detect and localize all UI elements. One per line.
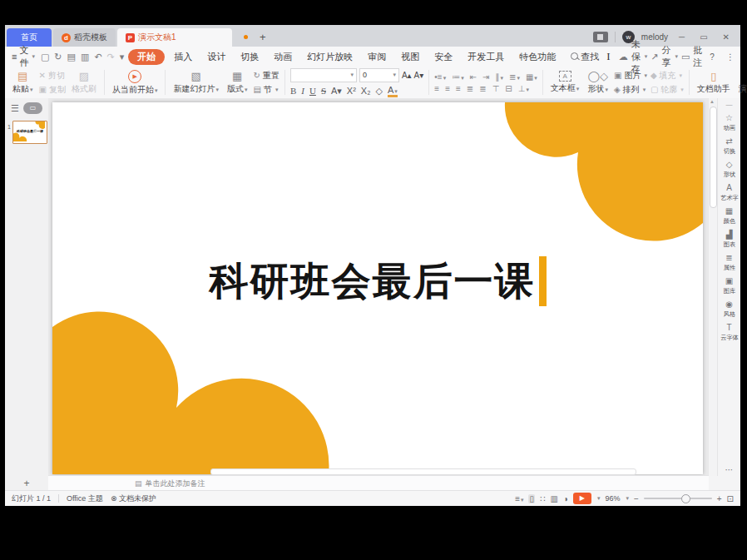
slide-sorter-icon[interactable]: ∷ <box>540 494 545 503</box>
sidebar-item-shapes[interactable]: ◇形状 <box>723 160 736 179</box>
menu-tab-animation[interactable]: 动画 <box>266 50 299 64</box>
play-from-current-button[interactable]: ▶ 从当前开始▾ <box>108 69 162 97</box>
play-options-chevron-icon[interactable]: ▾ <box>597 495 601 502</box>
align-right-button[interactable]: ≡ <box>456 84 461 93</box>
sidebar-item-transition[interactable]: ⇄切换 <box>723 136 736 156</box>
line-spacing-button[interactable]: ≣▾ <box>509 72 520 82</box>
character-border-button[interactable]: A▾ <box>331 86 342 97</box>
fit-to-window-icon[interactable]: ⊡ <box>727 494 734 503</box>
shapes-button[interactable]: ◯◇ 形状▾ <box>583 70 612 96</box>
redo-icon[interactable]: ↷ <box>105 52 117 62</box>
fill-button[interactable]: ◆填充▾ <box>651 70 684 82</box>
screen-split-icon[interactable] <box>593 32 608 42</box>
new-tab-button[interactable]: + <box>260 31 266 43</box>
clear-format-button[interactable]: ◇ <box>375 86 382 97</box>
format-painter-button[interactable]: ▨ 格式刷 <box>67 70 101 96</box>
textbox-button[interactable]: A 文本框▾ <box>547 70 584 95</box>
file-menu-button[interactable]: ≡ 文件 ▾ <box>12 44 35 69</box>
menu-tab-special-features[interactable]: 特色功能 <box>512 50 563 64</box>
paragraph-more-button[interactable]: ▦▾ <box>526 72 537 82</box>
tab-docer-templates[interactable]: d 稻壳模板 <box>53 28 116 47</box>
add-slide-button[interactable]: + <box>5 476 49 491</box>
scroll-up-icon[interactable]: ▲ <box>710 99 715 104</box>
menu-tab-view[interactable]: 视图 <box>393 50 427 64</box>
numbered-list-button[interactable]: ≔▾ <box>452 72 464 82</box>
sidebar-collapse-handle[interactable]: — <box>726 101 733 109</box>
zoom-slider-track[interactable] <box>644 498 712 499</box>
reading-view-icon[interactable]: ▥ <box>550 494 557 503</box>
font-size-select[interactable]: 0▾ <box>359 68 399 82</box>
notes-bar[interactable]: ▤ 单击此处添加备注 <box>48 475 709 491</box>
underline-button[interactable]: U <box>309 86 316 96</box>
zoom-in-button[interactable]: + <box>717 494 722 503</box>
output-icon[interactable]: ↻ <box>52 52 64 62</box>
protection-status[interactable]: ⊗ 文档未保护 <box>111 493 156 504</box>
zoom-level[interactable]: 96% <box>605 494 620 503</box>
sidebar-item-wordart[interactable]: A艺术字 <box>720 183 740 202</box>
save-icon[interactable]: ▢ <box>38 52 52 62</box>
sidebar-item-charts[interactable]: ▟图表 <box>723 230 736 249</box>
collapse-ribbon-button[interactable]: ∧ <box>742 52 747 62</box>
tab-document[interactable]: P 演示文稿1 <box>117 28 232 47</box>
undo-icon[interactable]: ↶ <box>92 52 104 62</box>
justify-button[interactable]: ≣ <box>467 84 473 93</box>
more-menu-button[interactable]: ⋮ <box>722 52 739 62</box>
superscript-button[interactable]: X² <box>347 86 356 96</box>
reset-button[interactable]: ↻重置 <box>254 70 280 82</box>
picture-button[interactable]: ▣图片▾ <box>614 70 647 82</box>
sidebar-item-style[interactable]: ◉风格 <box>723 300 736 319</box>
decrease-indent-button[interactable]: ⇤ <box>470 72 477 82</box>
menu-find-button[interactable]: 查找 <box>563 50 606 64</box>
menu-tab-slideshow[interactable]: 幻灯片放映 <box>299 50 360 64</box>
menu-tab-insert[interactable]: 插入 <box>166 50 200 64</box>
cut-button[interactable]: ✕剪切 <box>39 70 66 82</box>
thumbnail-view-toggle[interactable]: ▭ <box>23 102 42 114</box>
sidebar-item-animation[interactable]: ☆动画 <box>723 113 736 132</box>
share-button[interactable]: 分享 <box>661 44 670 69</box>
menu-tab-transition[interactable]: 切换 <box>233 50 266 64</box>
text-direction-button[interactable]: ∥▾ <box>495 72 503 82</box>
align-center-button[interactable]: ≡ <box>445 84 450 93</box>
increase-indent-button[interactable]: ⇥ <box>482 72 489 82</box>
normal-view-icon[interactable]: ▯ <box>528 494 535 503</box>
bold-button[interactable]: B <box>290 86 296 96</box>
outline-view-icon[interactable]: ☰ <box>11 103 19 114</box>
align-bottom-button[interactable]: ⊥▾ <box>518 84 529 93</box>
slideshow-play-button[interactable]: ▶ <box>573 493 591 504</box>
comment-button[interactable]: 批注 <box>693 44 702 69</box>
highlight-color-button[interactable]: A▾ <box>388 85 398 97</box>
italic-button[interactable]: I <box>301 86 304 96</box>
quickbar-more-icon[interactable]: ▾ <box>117 52 127 62</box>
help-button[interactable]: ? <box>705 52 719 62</box>
doc-assistant-button[interactable]: ▯ 文档助手 <box>693 70 735 96</box>
notes-toggle-icon[interactable]: ≡▾ <box>515 494 523 503</box>
layout-button[interactable]: ▦ 版式▾ <box>223 70 252 96</box>
new-slide-button[interactable]: ▧ 新建幻灯片▾ <box>169 70 223 96</box>
copy-button[interactable]: ▣复制 <box>39 84 66 96</box>
distribute-button[interactable]: ≣ <box>479 84 486 93</box>
present-tools-button[interactable]: ▭ 演示工具▾ <box>735 70 747 96</box>
vertical-scrollbar-thumb[interactable] <box>710 107 717 208</box>
outline-button[interactable]: ▢轮廓▾ <box>651 84 684 96</box>
vertical-scrollbar-track[interactable]: ▲ <box>708 98 717 476</box>
increase-font-button[interactable]: A▴ <box>402 71 412 80</box>
zoom-options-chevron-icon[interactable]: ▾ <box>626 495 629 502</box>
handout-view-icon[interactable]: ◑ <box>563 494 568 503</box>
paste-button[interactable]: ▤ 粘贴▾ <box>8 70 37 96</box>
horizontal-scrollbar[interactable] <box>210 468 636 475</box>
strikethrough-button[interactable]: S <box>321 86 326 96</box>
decrease-font-button[interactable]: A▾ <box>414 71 424 80</box>
bullet-list-button[interactable]: •≡▾ <box>434 72 446 82</box>
menu-tab-review[interactable]: 审阅 <box>360 50 393 64</box>
menu-tab-security[interactable]: 安全 <box>427 50 460 64</box>
arrange-button[interactable]: ◈排列▾ <box>614 84 647 96</box>
sidebar-item-cloud-fonts[interactable]: T云字体 <box>720 323 740 342</box>
align-middle-button[interactable]: ⊟ <box>505 84 512 93</box>
menu-tab-devtools[interactable]: 开发工具 <box>460 50 512 64</box>
sidebar-item-properties[interactable]: ≣属性 <box>723 253 736 272</box>
menu-tab-design[interactable]: 设计 <box>200 50 233 64</box>
print-icon[interactable]: ▤ <box>65 52 78 62</box>
section-button[interactable]: ▤节▾ <box>254 84 280 96</box>
title-textbox[interactable]: 科研班会最后一课 <box>52 254 703 309</box>
sidebar-item-gallery[interactable]: ▣图库 <box>723 276 736 295</box>
